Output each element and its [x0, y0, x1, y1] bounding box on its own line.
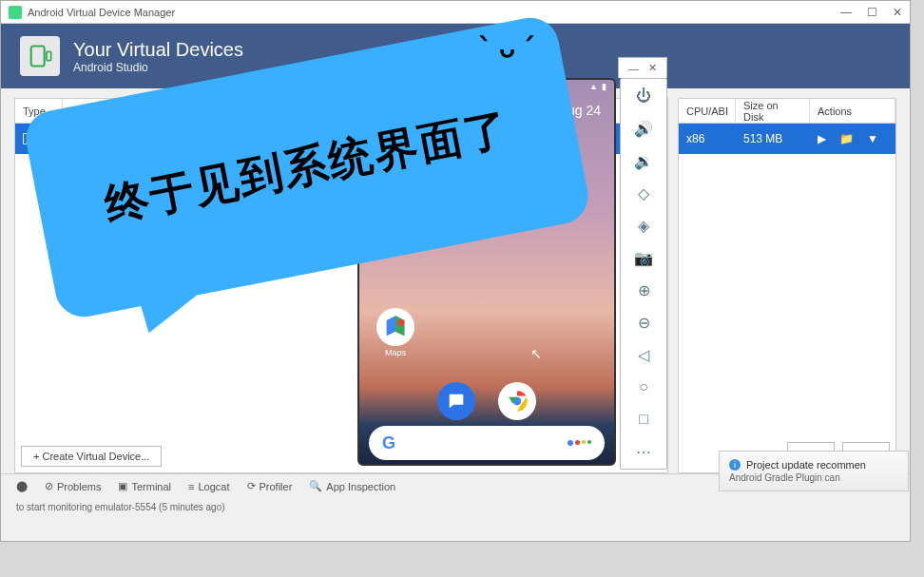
maximize-button[interactable]: ☐ — [867, 6, 877, 19]
messages-app[interactable] — [437, 382, 475, 420]
home-icon[interactable]: ○ — [634, 377, 653, 396]
assistant-icon[interactable] — [568, 440, 591, 446]
emulator-toolbar: ⏻ 🔊 🔉 ◇ ◈ 📷 ⊕ ⊖ ◁ ○ □ ⋯ — [620, 78, 667, 470]
back-icon[interactable]: ◁ — [634, 345, 653, 364]
android-studio-icon — [9, 6, 22, 19]
cursor-icon: ↖ — [530, 346, 542, 361]
rotate-right-icon[interactable]: ◈ — [634, 216, 653, 235]
header-avd-icon — [20, 36, 60, 76]
window-title-bar: Android Virtual Device Manager — ☐ ✕ — [1, 1, 910, 24]
col-actions[interactable]: Actions — [810, 99, 895, 123]
maps-label: Maps — [376, 348, 414, 357]
tab-problems[interactable]: ⊘ Problems — [45, 480, 101, 492]
tab-terminal[interactable]: ▣ Terminal — [118, 480, 171, 492]
volume-down-icon[interactable]: 🔉 — [634, 151, 653, 170]
notif-desc: Android Gradle Plugin can — [729, 472, 898, 483]
google-search-bar[interactable]: G — [369, 426, 605, 460]
svg-rect-1 — [47, 51, 51, 60]
more-icon[interactable]: ⋯ — [634, 442, 653, 461]
header-subtitle: Android Studio — [73, 61, 243, 74]
update-notification[interactable]: i Project update recommen Android Gradle… — [719, 451, 909, 491]
window-title: Android Virtual Device Manager — [28, 7, 175, 18]
tab-profiler[interactable]: ⟳ Profiler — [247, 480, 293, 492]
create-virtual-device-button[interactable]: + Create Virtual Device... — [21, 446, 162, 467]
chevron-down-icon[interactable]: ▼ — [867, 132, 878, 145]
notif-title-row: i Project update recommen — [729, 459, 898, 471]
stop-icon[interactable]: ⬤ — [16, 480, 28, 492]
bubble-text: 终于见到系统界面了 — [100, 99, 514, 235]
device-row-right[interactable]: x86 513 MB ▶ 📁 ▼ — [679, 124, 895, 154]
signal-icon: ▮ — [602, 82, 606, 93]
col-cpu[interactable]: CPU/ABI — [679, 99, 736, 123]
wifi-icon: ▲ — [589, 82, 598, 93]
col-size[interactable]: Size on Disk — [736, 99, 810, 123]
rotate-left-icon[interactable]: ◇ — [634, 183, 653, 202]
tab-logcat[interactable]: ≡ Logcat — [188, 481, 229, 492]
svg-point-2 — [397, 319, 404, 326]
folder-icon[interactable]: 📁 — [839, 132, 854, 145]
volume-up-icon[interactable]: 🔊 — [634, 119, 653, 138]
svg-rect-0 — [31, 47, 45, 67]
maps-app[interactable]: Maps — [376, 308, 414, 357]
device-details-panel: CPU/ABI Size on Disk Actions x86 513 MB … — [678, 98, 896, 473]
window-controls: — ☐ ✕ — [840, 6, 902, 19]
zoom-out-icon[interactable]: ⊖ — [634, 313, 653, 332]
header-text: Your Virtual Devices Android Studio — [73, 39, 243, 74]
size-on-disk: 513 MB — [736, 124, 810, 154]
chrome-app[interactable] — [498, 382, 536, 420]
google-g-icon: G — [382, 433, 395, 453]
home-dock — [437, 382, 536, 422]
tab-app-inspection[interactable]: 🔍 App Inspection — [309, 480, 395, 492]
close-button[interactable]: ✕ — [893, 6, 902, 19]
power-icon[interactable]: ⏻ — [634, 87, 653, 106]
minimize-button[interactable]: — — [840, 6, 852, 19]
zoom-in-icon[interactable]: ⊕ — [634, 280, 653, 299]
status-message: to start monitoring emulator-5554 (5 min… — [1, 498, 910, 515]
emu-minimize-button[interactable]: — — [628, 63, 639, 74]
emu-close-button[interactable]: ✕ — [648, 62, 657, 74]
kaomoji-face: ˋ ᴗ ˊ — [478, 32, 536, 64]
cpu-abi: x86 — [679, 124, 736, 154]
header-title: Your Virtual Devices — [73, 39, 243, 61]
actions-cell: ▶ 📁 ▼ — [810, 124, 895, 154]
play-icon[interactable]: ▶ — [818, 132, 826, 145]
table-header-right: CPU/ABI Size on Disk Actions — [679, 99, 895, 124]
notif-title: Project update recommen — [746, 459, 866, 471]
maps-icon — [376, 308, 414, 346]
camera-icon[interactable]: 📷 — [634, 248, 653, 267]
emulator-window-controls: — ✕ — [618, 57, 667, 78]
info-icon: i — [729, 459, 741, 471]
overview-icon[interactable]: □ — [634, 410, 653, 429]
